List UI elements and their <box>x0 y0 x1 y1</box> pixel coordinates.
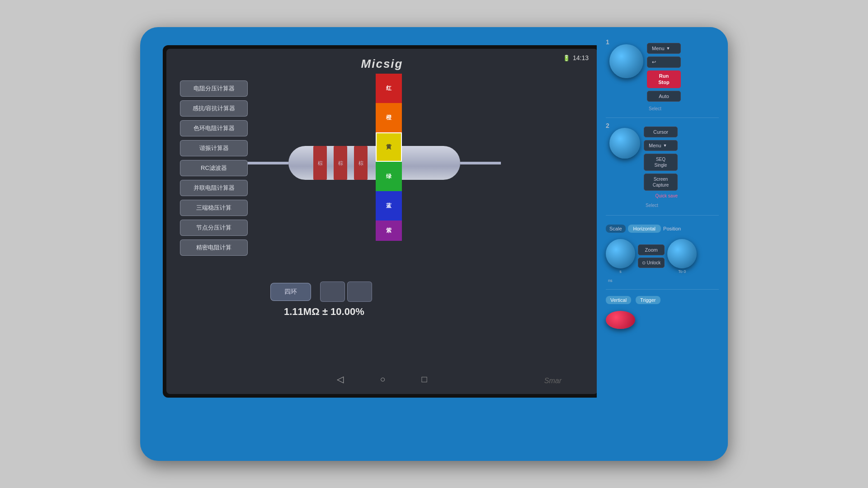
color-red-label: 红 <box>386 84 392 92</box>
scale-label: Scale <box>606 225 626 233</box>
resistance-text: 1.11MΩ ± 10.00% <box>284 306 364 317</box>
run-stop-button[interactable]: RunStop <box>647 70 681 88</box>
channel1-buttons: Menu ▼ ↩ RunStop Auto <box>647 43 681 102</box>
smart-label: Smar <box>544 377 561 385</box>
sidebar-item-voltage-divider[interactable]: 电阻分压计算器 <box>180 80 248 97</box>
color-option-2[interactable] <box>347 282 372 302</box>
menu-button-2[interactable]: Menu ▼ <box>644 140 678 151</box>
scale-knob[interactable] <box>606 239 635 268</box>
horizontal-label: Horizontal <box>628 225 661 233</box>
band1-label: 棕 <box>318 160 323 166</box>
menu-button-1[interactable]: Menu ▼ <box>647 43 681 54</box>
position-to0-label: To 0 <box>678 269 686 274</box>
select2-label: Select <box>606 203 719 208</box>
ring-mode-button[interactable]: 四环 <box>270 283 311 301</box>
auto-button[interactable]: Auto <box>647 91 681 102</box>
resistance-value: 1.11MΩ ± 10.00% <box>284 306 364 318</box>
color-red[interactable]: 红 <box>376 74 402 103</box>
color-purple-label: 紫 <box>386 227 392 235</box>
seq-single-label: SEQSingle <box>655 157 667 168</box>
sidebar-item-resonance[interactable]: 谐振计算器 <box>180 140 248 156</box>
divider-3 <box>606 289 719 290</box>
ns-label: ns <box>606 278 719 283</box>
resistor-lead-right <box>460 162 501 164</box>
screen-capture-button[interactable]: ScreenCapture <box>644 174 678 191</box>
channel1-number: 1 <box>606 38 609 46</box>
color-orange-label: 橙 <box>386 114 392 122</box>
seq-single-button[interactable]: SEQSingle <box>644 154 678 171</box>
nav-recents-button[interactable]: □ <box>422 374 427 385</box>
sidebar-item-impedance[interactable]: 感抗/容抗计算器 <box>180 100 248 117</box>
brand-title: Micsig <box>361 57 403 71</box>
scale-horizontal-row: s Zoom ⊙ Unlock To 0 <box>606 239 719 274</box>
zoom-button[interactable]: Zoom <box>638 244 665 255</box>
sidebar-item-node-divider[interactable]: 节点分压计算 <box>180 220 248 236</box>
band2-label: 棕 <box>338 160 343 166</box>
color-green[interactable]: 绿 <box>376 162 402 191</box>
time-display: 14:13 <box>573 54 589 61</box>
sidebar-item-3pin-regulator[interactable]: 三端稳压计算 <box>180 200 248 216</box>
return-button[interactable]: ↩ <box>647 56 681 68</box>
color-green-label: 绿 <box>386 173 392 180</box>
menu-arrow-2: ▼ <box>663 143 667 148</box>
sidebar: 电阻分压计算器 感抗/容抗计算器 色环电阻计算器 谐振计算器 RC滤波器 并联电… <box>180 80 248 256</box>
color-yellow[interactable]: 黄 <box>376 132 402 162</box>
scale-knob-group: s <box>606 239 635 274</box>
screen-capture-label: ScreenCapture <box>653 177 669 188</box>
divider-2 <box>606 215 719 216</box>
color-orange[interactable]: 橙 <box>376 103 402 132</box>
scale-s-label: s <box>619 269 622 274</box>
nav-back-button[interactable]: ◁ <box>337 374 344 385</box>
vertical-knob[interactable] <box>606 311 635 329</box>
section-labels-row: Scale Horizontal Position <box>606 225 719 233</box>
sidebar-item-precision-resistor[interactable]: 精密电阻计算 <box>180 239 248 256</box>
cursor-label: Cursor <box>653 129 668 135</box>
color-blue[interactable]: 蓝 <box>376 191 402 221</box>
resistor-scene: 棕 棕 棕 黄 <box>248 78 569 304</box>
color-selector-vertical[interactable]: 红 橙 黄 绿 蓝 紫 <box>376 74 402 241</box>
select1-label: Select <box>606 106 719 111</box>
color-yellow-label: 黄 <box>386 143 392 151</box>
horizontal-color-selector <box>320 282 372 302</box>
channel1-row: 1 Menu ▼ ↩ RunStop Auto <box>606 41 719 102</box>
position-knob-group: To 0 <box>667 239 697 274</box>
menu-arrow-1: ▼ <box>666 46 670 51</box>
band3-label: 棕 <box>359 160 363 166</box>
zoom-unlock-group: Zoom ⊙ Unlock <box>638 244 665 268</box>
nav-home-button[interactable]: ○ <box>380 374 385 385</box>
band-2: 棕 <box>334 146 347 180</box>
resistor-lead-left <box>248 162 288 164</box>
divider-1 <box>606 117 719 118</box>
battery-icon: 🔋 <box>563 55 570 61</box>
return-icon: ↩ <box>652 59 656 65</box>
knob-channel1[interactable] <box>609 44 643 78</box>
quick-save-label: Quick save <box>644 193 678 198</box>
channel2-row: 2 Cursor Menu ▼ SEQSingle ScreenCapture … <box>606 124 719 198</box>
color-option-1[interactable] <box>320 282 345 302</box>
screen-bezel: Micsig 🔋 14:13 电阻分压计算器 感抗/容抗计算器 色环电阻计算器 … <box>163 45 601 398</box>
unlock-button[interactable]: ⊙ Unlock <box>638 258 665 268</box>
trigger-label: Trigger <box>636 296 660 304</box>
status-bar: 🔋 14:13 <box>563 54 589 61</box>
sidebar-item-color-ring[interactable]: 色环电阻计算器 <box>180 120 248 136</box>
knob-channel2[interactable] <box>609 128 640 159</box>
channel2-number: 2 <box>606 122 609 129</box>
cursor-button[interactable]: Cursor <box>644 127 678 137</box>
sidebar-item-parallel[interactable]: 并联电阻计算器 <box>180 180 248 196</box>
right-panel: 1 Menu ▼ ↩ RunStop Auto Select <box>597 27 728 461</box>
zoom-label: Zoom <box>645 247 658 253</box>
run-stop-label: RunStop <box>658 73 669 85</box>
vertical-trigger-labels: Vertical Trigger <box>606 296 719 304</box>
sidebar-item-rc-filter[interactable]: RC滤波器 <box>180 160 248 176</box>
channel2-buttons: Cursor Menu ▼ SEQSingle ScreenCapture Qu… <box>644 127 678 198</box>
color-purple[interactable]: 紫 <box>376 221 402 241</box>
vertical-label: Vertical <box>606 296 631 304</box>
position-knob[interactable] <box>667 239 697 268</box>
color-blue-label: 蓝 <box>386 202 392 210</box>
nav-bar: ◁ ○ □ <box>166 368 598 390</box>
screen: Micsig 🔋 14:13 电阻分压计算器 感抗/容抗计算器 色环电阻计算器 … <box>166 49 598 394</box>
menu-label-2: Menu <box>649 143 661 148</box>
position-label: Position <box>663 226 681 231</box>
band-1: 棕 <box>313 146 327 180</box>
bottom-controls: 四环 <box>270 282 372 302</box>
